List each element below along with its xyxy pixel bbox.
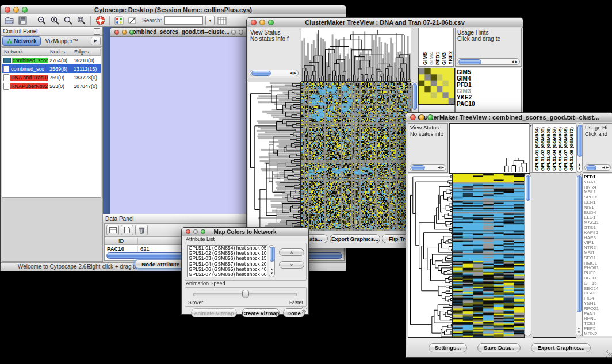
- minimize-button[interactable]: [13, 7, 19, 13]
- close-button[interactable]: [410, 114, 416, 120]
- row-dendrogram-canvas[interactable]: [248, 82, 301, 231]
- view-status-scrollbar[interactable]: ◀▶: [250, 70, 299, 76]
- animate-vizmap-button[interactable]: Animate Vizmap: [191, 308, 237, 317]
- search-input[interactable]: [164, 16, 203, 25]
- treeview-action-button[interactable]: Save Data...: [477, 343, 521, 352]
- column-label[interactable]: GIM5: [422, 52, 428, 65]
- export-graphics-button[interactable]: Export Graphics...: [330, 234, 380, 243]
- gene-label[interactable]: PAC10: [457, 101, 520, 107]
- column-label[interactable]: GPL51-03 (GSM856): [546, 127, 551, 171]
- column-labels-scrollbar[interactable]: ▲▼: [576, 123, 583, 173]
- zoom-window-button[interactable]: [427, 114, 433, 120]
- zoom-submatrix-canvas[interactable]: [418, 68, 455, 105]
- column-label[interactable]: GPL51-02 (GSM855): [540, 127, 545, 171]
- gene-label[interactable]: PFD1: [457, 82, 520, 88]
- network-overview-canvas[interactable]: [2, 198, 101, 260]
- attribute-list[interactable]: GPL51-01 (GSM854) heat shock 05 minGPL51…: [187, 245, 267, 277]
- treeview-action-button[interactable]: Settings...: [429, 343, 467, 352]
- gene-list-scrollbar[interactable]: ▲▼: [576, 174, 582, 336]
- zoom-window-button[interactable]: [201, 229, 205, 234]
- minimize-button[interactable]: [122, 30, 127, 35]
- dialog-title: Map Colors to Network: [193, 228, 297, 236]
- column-label[interactable]: GPL51-04 (GSM857): [552, 127, 557, 171]
- open-file-icon[interactable]: [3, 15, 15, 26]
- search-dropdown-button[interactable]: ▼: [205, 16, 215, 25]
- main-heatmap-canvas[interactable]: [452, 174, 525, 338]
- gene-label[interactable]: YKE2: [457, 94, 520, 101]
- status-welcome: Welcome to Cytoscape 2.6.2: [18, 263, 91, 270]
- column-dendrogram-canvas[interactable]: [301, 28, 411, 82]
- usage-hints-scrollbar[interactable]: ◀▶: [457, 58, 520, 65]
- network-table-row[interactable]: RNAPuberNov2+ 563(0) 107847(0): [2, 82, 101, 90]
- close-button[interactable]: [251, 20, 257, 25]
- usage-hints-scrollbar[interactable]: ◀▶: [584, 164, 611, 171]
- minimize-button[interactable]: [239, 30, 243, 35]
- zoom-window-button[interactable]: [22, 7, 28, 13]
- network-table-row[interactable]: DNA and Tran 07 769(0) 183728(0): [2, 73, 101, 82]
- column-label[interactable]: GIM4: [429, 52, 434, 65]
- minimize-button[interactable]: [419, 114, 424, 120]
- minimize-button[interactable]: [259, 20, 265, 25]
- treeview-action-button[interactable]: Export Graphics...: [531, 343, 591, 352]
- network-window-1-titlebar[interactable]: combined_scores_good.txt--cluste...: [110, 28, 248, 37]
- vizmapper-icon[interactable]: [113, 15, 125, 26]
- close-button[interactable]: [5, 7, 10, 13]
- column-dendrogram-canvas[interactable]: [449, 123, 530, 174]
- move-attribute-up-button[interactable]: ∧: [279, 248, 304, 256]
- help-lifering-icon[interactable]: [94, 15, 106, 26]
- select-attributes-icon[interactable]: [106, 225, 119, 235]
- new-attribute-icon[interactable]: [121, 225, 133, 235]
- close-button[interactable]: [186, 229, 190, 234]
- column-label[interactable]: YKE2: [447, 51, 453, 65]
- zoom-window-button[interactable]: [268, 20, 274, 25]
- treeview1-titlebar[interactable]: ClusterMaker TreeView : DNA and Tran 07-…: [247, 18, 523, 28]
- gene-label[interactable]: GIM5: [457, 69, 520, 75]
- network-table-row[interactable]: combined_scores 2764(0) 16218(0): [2, 56, 101, 64]
- view-status-scrollbar[interactable]: ◀▶: [410, 164, 446, 171]
- main-window-titlebar[interactable]: Cytoscape Desktop (Session Name: collins…: [1, 5, 346, 15]
- heatmap-vertical-scrollbar[interactable]: [524, 174, 531, 336]
- annotation-icon[interactable]: [127, 15, 138, 26]
- gene-label[interactable]: MON2: [584, 332, 611, 336]
- slider-thumb[interactable]: [242, 290, 249, 298]
- zoom-selected-icon[interactable]: [62, 15, 74, 26]
- network-overview-panel[interactable]: [2, 198, 103, 262]
- zoom-window-button[interactable]: [129, 30, 134, 35]
- create-vizmap-button[interactable]: Create Vizmap: [242, 308, 280, 317]
- minimize-button[interactable]: [193, 229, 198, 234]
- move-attribute-down-button[interactable]: ∨: [279, 261, 304, 269]
- treeview2-titlebar[interactable]: ClusterMaker TreeView : combined_scores_…: [406, 113, 612, 122]
- delete-attribute-icon[interactable]: [135, 225, 148, 235]
- column-label[interactable]: GPL51-08 (GSM872): [569, 127, 574, 171]
- dialog-titlebar[interactable]: Map Colors to Network: [182, 228, 308, 236]
- attribute-list-scrollbar[interactable]: ▲▼: [269, 245, 275, 277]
- resize-grip[interactable]: [301, 307, 307, 313]
- column-label[interactable]: PFD1: [435, 52, 441, 65]
- attribute-item[interactable]: GPL51-07 (GSM868) heat shock 60 min: [188, 272, 267, 277]
- attribute-browser-icon[interactable]: [216, 15, 228, 26]
- resize-grip[interactable]: [606, 350, 612, 357]
- gene-label[interactable]: GIM3: [457, 88, 520, 94]
- tab-network[interactable]: Network: [2, 36, 41, 46]
- column-label[interactable]: GPL51-06 (GSM865): [557, 127, 563, 171]
- save-icon[interactable]: [17, 15, 28, 26]
- zoom-in-icon[interactable]: [49, 15, 60, 26]
- float-panel-icon[interactable]: [94, 28, 100, 35]
- tab-overflow-button[interactable]: ▶: [91, 37, 101, 45]
- close-button[interactable]: [114, 30, 119, 35]
- zoom-fit-icon[interactable]: [75, 15, 87, 26]
- view-status-panel: View Status No status info f ◀▶: [248, 28, 300, 78]
- network-view-canvas-1[interactable]: [110, 37, 247, 214]
- network-table-row[interactable]: combined_sco 2569(6) 13112(15): [2, 64, 101, 73]
- row-dendrogram-canvas[interactable]: [408, 174, 453, 338]
- zoom-out-icon[interactable]: [36, 15, 47, 26]
- main-heatmap-canvas[interactable]: [301, 82, 411, 231]
- zoom-submatrix-canvas[interactable]: [533, 174, 576, 338]
- column-label[interactable]: GPL51-07 (GSM868): [563, 127, 568, 171]
- close-button[interactable]: [231, 30, 236, 35]
- column-label[interactable]: GIM3: [441, 52, 447, 65]
- tab-vizmapper[interactable]: VizMapper™: [42, 37, 81, 45]
- treeview2-buttons: Settings...Save Data...Export Graphics..…: [429, 343, 591, 352]
- column-label[interactable]: GPL51-01 (GSM854): [534, 127, 540, 171]
- gene-label[interactable]: GIM4: [457, 75, 520, 82]
